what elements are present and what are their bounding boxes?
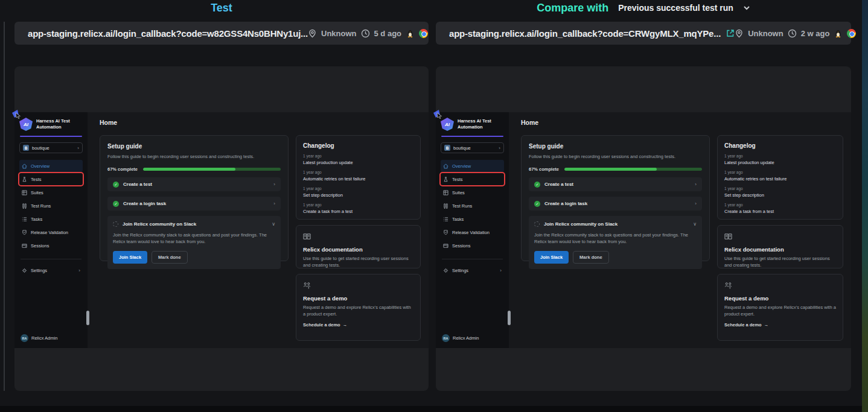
cursor-marker-icon [433, 110, 442, 119]
progress-label: 67% complete [107, 166, 138, 172]
setup-item-create-login-task[interactable]: ✓ Create a login task › [107, 197, 281, 211]
changelog-entry[interactable]: 1 year ago Automatic retries on test fai… [303, 170, 413, 182]
changelog-entry[interactable]: 1 year ago Create a task from a test [303, 203, 413, 214]
request-demo-title: Request a demo [303, 295, 413, 302]
sidebar-item-settings[interactable]: Settings › [441, 264, 504, 276]
request-demo-title: Request a demo [724, 295, 836, 302]
project-selector[interactable]: B boutique › [441, 142, 504, 153]
compare-run-selector[interactable]: Previous successful test run [618, 3, 733, 13]
cursor-marker-icon [12, 110, 21, 119]
user-account[interactable]: RA Relicx Admin [19, 333, 83, 343]
sidebar-item-tasks[interactable]: Tasks [19, 213, 83, 225]
page-title: Home [100, 119, 421, 126]
app-screenshot: AI Harness AI Test Automation B boutique… [436, 112, 851, 348]
sidebar-item-settings[interactable]: Settings › [19, 264, 83, 276]
logo-text: AI [24, 122, 28, 127]
schedule-demo-link[interactable]: Schedule a demo → [303, 322, 413, 328]
sidebar-item-label: Release Validation [452, 230, 490, 235]
changelog-text: Latest production update [303, 160, 413, 165]
setup-item-join-slack[interactable]: Join Relicx community on Slack ∨ Join th… [529, 216, 702, 269]
setup-item-create-test[interactable]: ✓ Create a test › [107, 177, 281, 191]
gear-icon [443, 268, 448, 273]
clock-icon [361, 29, 370, 38]
setup-guide-description: Follow this guide to begin recording use… [529, 154, 702, 159]
sidebar-item-tasks[interactable]: Tasks [441, 213, 504, 225]
sidebar-item-label: Sessions [31, 243, 49, 249]
brand-name: Harness AI Test Automation [36, 118, 70, 130]
sidebar-item-tests[interactable]: Tests [441, 173, 504, 185]
changelog-entry[interactable]: 1 year ago Create a task from a test [724, 203, 836, 214]
sidebar-item-label: Tasks [31, 217, 42, 222]
setup-item-join-slack[interactable]: Join Relicx community on Slack ∨ Join th… [107, 216, 281, 269]
linux-penguin-icon [406, 29, 415, 38]
sidebar-item-test-runs[interactable]: Test Runs [441, 200, 504, 212]
list-icon [22, 217, 27, 222]
brand-name: Harness AI Test Automation [458, 118, 491, 130]
mark-done-button[interactable]: Mark done [152, 251, 188, 264]
sidebar-collapse-handle[interactable] [86, 311, 89, 325]
changelog-time: 1 year ago [724, 170, 836, 174]
setup-item-create-login-task[interactable]: ✓ Create a login task › [529, 197, 702, 211]
user-name: Relicx Admin [31, 335, 57, 341]
changelog-title: Changelog [724, 142, 836, 149]
changelog-entry[interactable]: 1 year ago Set step description [303, 186, 413, 198]
sidebar-item-test-runs[interactable]: Test Runs [19, 200, 83, 212]
brand-name-line1: Harness AI Test [36, 118, 70, 124]
sidebar-collapse-handle[interactable] [508, 311, 511, 325]
changelog-entry[interactable]: 1 year ago Latest production update [724, 154, 836, 165]
chevron-right-icon: › [273, 182, 275, 187]
list-icon [443, 217, 448, 222]
desktop-wallpaper-sliver [862, 0, 868, 412]
book-icon [724, 233, 732, 241]
link-label: Schedule a demo [724, 322, 762, 328]
home-icon [443, 163, 448, 169]
sidebar-item-overview[interactable]: Overview [19, 160, 83, 172]
arrow-right-icon: → [343, 322, 348, 328]
sidebar-item-release-validation[interactable]: Release Validation [19, 226, 83, 238]
sidebar-item-suites[interactable]: Suites [441, 186, 504, 198]
join-slack-button[interactable]: Join Slack [113, 251, 147, 264]
app-main: Home Setup guide Follow this guide to be… [509, 112, 851, 348]
sidebar-item-label: Tasks [452, 217, 464, 222]
setup-guide-card: Setup guide Follow this guide to begin r… [521, 135, 710, 261]
chevron-down-icon[interactable] [743, 4, 750, 11]
sidebar-item-suites[interactable]: Suites [19, 186, 83, 198]
check-circle-icon: ✓ [113, 201, 119, 207]
changelog-entry[interactable]: 1 year ago Latest production update [303, 154, 413, 165]
sidebar-item-sessions[interactable]: Sessions [441, 239, 504, 252]
changelog-text: Create a task from a test [724, 209, 836, 214]
changelog-entry[interactable]: 1 year ago Automatic retries on test fai… [724, 170, 836, 182]
join-slack-button[interactable]: Join Slack [534, 251, 569, 264]
mark-done-button[interactable]: Mark done [573, 251, 609, 264]
user-account[interactable]: RA Relicx Admin [441, 333, 504, 343]
documentation-description: Use this guide to get started recording … [724, 256, 836, 268]
progress-fill [143, 168, 235, 171]
validation-badge-icon [22, 230, 27, 235]
sidebar-item-overview[interactable]: Overview [441, 160, 504, 172]
external-link-icon[interactable] [726, 29, 735, 37]
people-icon [303, 282, 311, 290]
sidebar-item-label: Test Runs [452, 203, 472, 209]
columns-icon [443, 203, 448, 209]
setup-item-label: Create a login task [544, 201, 691, 206]
sidebar-item-label: Overview [31, 163, 49, 169]
flask-icon [443, 177, 448, 182]
schedule-demo-link[interactable]: Schedule a demo → [724, 322, 836, 328]
project-selector[interactable]: B boutique › [19, 142, 83, 153]
home-icon [22, 163, 27, 169]
sidebar-item-release-validation[interactable]: Release Validation [441, 226, 504, 238]
documentation-description: Use this guide to get started recording … [303, 256, 413, 268]
sidebar-item-sessions[interactable]: Sessions [19, 239, 83, 252]
sidebar-item-tests[interactable]: Tests [19, 173, 83, 185]
grid-icon [443, 190, 448, 195]
changelog-entry[interactable]: 1 year ago Set step description [724, 186, 836, 198]
setup-item-create-test[interactable]: ✓ Create a test › [529, 177, 702, 191]
setup-guide-card: Setup guide Follow this guide to begin r… [100, 135, 289, 261]
chrome-browser-icon [419, 29, 428, 38]
url-bar-test: app-staging.relicx.ai/login_callback?cod… [14, 22, 429, 45]
test-screenshot-panel[interactable]: AI Harness AI Test Automation B boutique… [14, 66, 429, 391]
url-text: app-staging.relicx.ai/login_callback?cod… [28, 28, 308, 39]
bottom-strip [0, 406, 862, 412]
compare-screenshot-panel[interactable]: AI Harness AI Test Automation B boutique… [436, 66, 851, 391]
harness-logo-icon: AI [19, 118, 33, 131]
